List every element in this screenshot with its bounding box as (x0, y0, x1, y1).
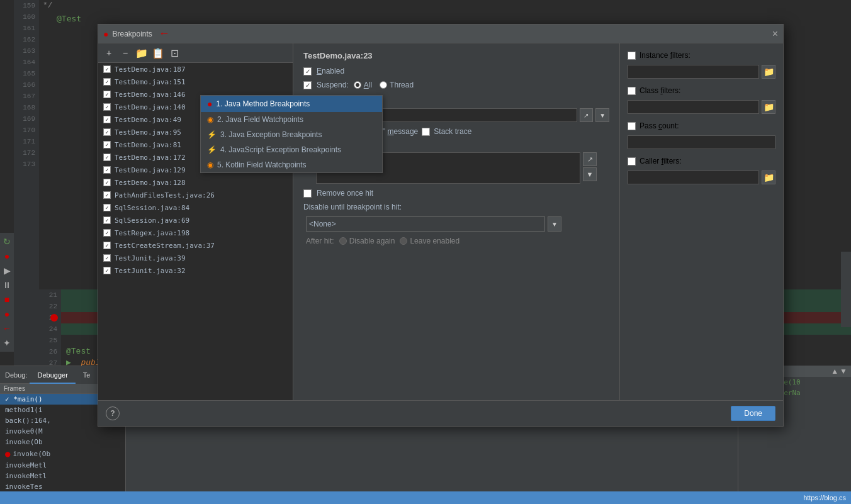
frame-invoketes[interactable]: invokeTes (0, 481, 125, 492)
bp-check-187[interactable] (103, 65, 111, 73)
dialog-bp-icon: ● (103, 29, 108, 39)
bp-check-81[interactable] (103, 141, 111, 148)
bp-type-kotlin-field[interactable]: ◉ 5. Kotlin Field Watchpoints (201, 157, 382, 172)
bp-item-stream-37[interactable]: TestCreateStream.java:37 (98, 239, 293, 252)
bp-remove-btn[interactable]: − (118, 46, 132, 60)
line-num-172: 172 (14, 147, 35, 159)
class-filter-checkbox[interactable] (628, 87, 636, 95)
instance-filter-btn[interactable]: 📁 (762, 65, 775, 79)
bp-check-stream-37[interactable] (103, 242, 111, 249)
tab-te[interactable]: Te (76, 366, 98, 384)
left-tool-5[interactable]: ■ (1, 293, 13, 306)
bp-item-junit-32[interactable]: TestJunit.java:32 (98, 264, 293, 277)
bp-check-regex-198[interactable] (103, 229, 111, 237)
bp-check-151[interactable] (103, 78, 111, 86)
left-tool-2[interactable]: ● (1, 250, 13, 262)
evaluate-more-btn[interactable]: ▼ (583, 167, 597, 181)
class-filter-input[interactable] (628, 100, 759, 114)
frame-invokeob1[interactable]: invoke(Ob (0, 437, 125, 447)
leave-enabled-radio[interactable]: Leave enabled (400, 237, 459, 245)
bp-type-label-2: 2. Java Field Watchpoints (217, 115, 303, 124)
line-num-161: 161 (14, 23, 35, 34)
stack-trace-checkbox[interactable] (422, 128, 430, 136)
bp-check-172[interactable] (103, 154, 111, 161)
radio-all[interactable]: All (354, 81, 372, 89)
bp-item-151[interactable]: TestDemo.java:151 (98, 76, 293, 88)
status-right: https://blog.cs (803, 494, 846, 501)
bp-type-label-1: 1. Java Method Breakpoints (216, 99, 310, 108)
disable-again-radio[interactable]: Disable again (339, 237, 395, 245)
left-tool-7[interactable]: ← (1, 322, 13, 335)
bp-check-140[interactable] (103, 103, 111, 111)
bp-filter-btn[interactable]: ⊡ (167, 46, 181, 60)
bp-item-128[interactable]: TestDemo.java:128 (98, 176, 293, 189)
bp-expand-btn[interactable]: 📋 (151, 46, 165, 60)
suspend-checkbox[interactable] (303, 81, 312, 89)
remove-once-checkbox[interactable] (303, 189, 312, 198)
bp-check-sql-84[interactable] (103, 204, 111, 211)
bp-item-regex-198[interactable]: TestRegex.java:198 (98, 227, 293, 239)
caller-filter-checkbox[interactable] (628, 157, 636, 165)
frame-invokemeth1[interactable]: invokeMetl (0, 460, 125, 471)
caller-filter-btn[interactable]: 📁 (762, 171, 775, 184)
watches-down-btn[interactable]: ▼ (840, 367, 847, 376)
help-btn[interactable]: ? (106, 406, 120, 420)
pass-count-input[interactable] (628, 135, 775, 149)
bp-item-paf-26[interactable]: PathAndFilesTest.java:26 (98, 189, 293, 201)
bp-type-java-method[interactable]: ● 1. Java Method Breakpoints (201, 96, 382, 112)
bp-item-junit-39[interactable]: TestJunit.java:39 (98, 252, 293, 264)
line-num-171: 171 (14, 136, 35, 147)
bp-label-junit-39: TestJunit.java:39 (115, 254, 186, 262)
radio-thread-label: Thread (390, 81, 414, 89)
disable-until-label: Disable until breakpoint is hit: (303, 203, 402, 211)
dialog-body: + − 📁 📋 ⊡ ● 1. Java Method Breakpoints ◉… (98, 43, 783, 400)
instance-filter-input[interactable] (628, 65, 759, 79)
bp-check-129[interactable] (103, 166, 111, 174)
bp-check-146[interactable] (103, 91, 111, 98)
condition-more-btn[interactable]: ▼ (595, 108, 609, 122)
instance-filter-checkbox[interactable] (628, 52, 636, 60)
tab-debugger[interactable]: Debugger (30, 366, 75, 384)
condition-expand-btn[interactable]: ↗ (580, 108, 594, 122)
left-tool-4[interactable]: ⏸ (1, 279, 13, 291)
bp-check-paf-26[interactable] (103, 191, 111, 199)
caller-filter-row: Caller filters: (628, 157, 775, 165)
bp-add-btn[interactable]: + (102, 46, 116, 60)
frame-invokeob2[interactable]: ●invoke(Ob (0, 447, 125, 460)
caller-filter-input[interactable] (628, 171, 759, 184)
bp-type-java-field[interactable]: ◉ 2. Java Field Watchpoints (201, 112, 382, 127)
bp-check-95[interactable] (103, 128, 111, 136)
pass-count-checkbox[interactable] (628, 122, 636, 130)
bp-group-btn[interactable]: 📁 (135, 46, 149, 60)
left-tool-6[interactable]: ● (1, 308, 13, 320)
bp-item-sql-69[interactable]: SqlSession.java:69 (98, 214, 293, 227)
bp-check-junit-32[interactable] (103, 267, 111, 274)
watches-add-btn[interactable]: ▲ (831, 367, 838, 376)
bp-check-49[interactable] (103, 116, 111, 123)
bp-item-sql-84[interactable]: SqlSession.java:84 (98, 201, 293, 214)
left-tool-3[interactable]: ▶ (1, 264, 13, 277)
enabled-checkbox[interactable] (303, 67, 312, 76)
disable-until-arrow[interactable]: ▼ (548, 216, 561, 232)
bp-item-187[interactable]: TestDemo.java:187 (98, 63, 293, 76)
suspend-radio-group: All Thread (354, 81, 414, 89)
bp-type-js-exception[interactable]: ⚡ 4. JavaScript Exception Breakpoints (201, 142, 382, 157)
class-filter-btn[interactable]: 📁 (762, 100, 775, 114)
bp-check-128[interactable] (103, 179, 111, 186)
disable-until-select[interactable]: <None> (306, 216, 545, 232)
left-tool-8[interactable]: ✦ (1, 337, 13, 349)
bp-label-151: TestDemo.java:151 (115, 78, 186, 86)
dialog-close-btn[interactable]: × (772, 29, 778, 39)
bp-type-java-exception[interactable]: ⚡ 3. Java Exception Breakpoints (201, 127, 382, 142)
disable-again-circle (339, 237, 347, 245)
line-num-162: 162 (14, 34, 35, 45)
bp-check-sql-69[interactable] (103, 216, 111, 224)
evaluate-expand-btn[interactable]: ↗ (583, 152, 597, 166)
frame-invoke0[interactable]: invoke0(M (0, 426, 125, 437)
bp-check-junit-39[interactable] (103, 254, 111, 262)
frame-invokemeth2[interactable]: invokeMetl (0, 471, 125, 481)
done-btn[interactable]: Done (731, 406, 775, 421)
breakpoints-dialog[interactable]: ● Breakpoints ← × + − 📁 📋 ⊡ (98, 24, 784, 427)
left-tool-1[interactable]: ↻ (1, 235, 13, 248)
radio-thread[interactable]: Thread (380, 81, 414, 89)
